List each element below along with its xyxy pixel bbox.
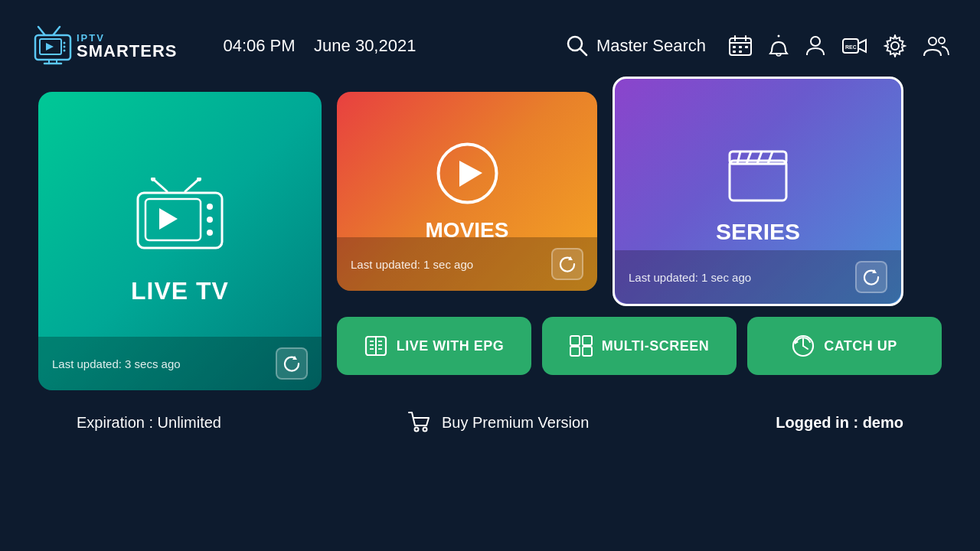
epg-icon-button[interactable] [729, 35, 752, 57]
right-column: MOVIES Last updated: 1 sec ago [337, 92, 942, 375]
logged-in-info: Logged in : demo [776, 414, 903, 432]
svg-point-28 [929, 37, 936, 45]
bottom-buttons-row: LIVE WITH EPG MULTI-SCREEN [337, 317, 942, 375]
svg-rect-60 [570, 336, 580, 345]
movies-updated: Last updated: 1 sec ago [351, 258, 473, 271]
live-tv-label: LIVE TV [131, 277, 229, 305]
buy-premium-button[interactable]: Buy Premium Version [408, 412, 589, 433]
epg-book-icon [364, 335, 387, 357]
live-tv-icon [130, 178, 230, 262]
svg-rect-18 [739, 46, 742, 48]
svg-line-0 [38, 27, 44, 34]
svg-point-29 [939, 37, 945, 44]
svg-point-39 [207, 230, 213, 236]
svg-line-46 [737, 152, 740, 164]
svg-line-1 [54, 27, 60, 34]
refresh-icon [559, 256, 576, 272]
search-label: Master Search [596, 36, 706, 56]
movies-play-icon [435, 141, 500, 206]
live-tv-updated: Last updated: 3 secs ago [52, 357, 181, 370]
refresh-icon [863, 269, 880, 285]
user-icon [805, 34, 825, 57]
svg-marker-4 [46, 43, 54, 51]
svg-rect-63 [583, 347, 592, 356]
main-content: LIVE TV Last updated: 3 secs ago [0, 92, 980, 433]
svg-text:REC: REC [845, 44, 857, 50]
svg-rect-19 [745, 46, 748, 48]
header-time: 04:06 PM [223, 36, 295, 55]
svg-line-49 [768, 152, 773, 164]
svg-point-68 [415, 428, 419, 432]
refresh-icon [283, 355, 300, 372]
svg-rect-21 [739, 51, 742, 53]
logo-tv-icon [31, 25, 77, 67]
catchup-icon [792, 334, 815, 357]
movies-card[interactable]: MOVIES Last updated: 1 sec ago [337, 92, 597, 291]
svg-marker-36 [159, 208, 178, 230]
movies-refresh-button[interactable] [551, 248, 583, 280]
header-date: June 30,2021 [314, 36, 416, 55]
series-label: SERIES [716, 219, 800, 245]
logged-user: demo [863, 414, 903, 431]
svg-point-22 [778, 35, 780, 37]
buy-premium-label: Buy Premium Version [442, 414, 589, 432]
svg-line-66 [803, 346, 808, 349]
catch-up-label: CATCH UP [824, 338, 897, 354]
svg-rect-44 [730, 161, 786, 201]
expiry-info: Expiration : Unlimited [77, 414, 221, 432]
movies-footer: Last updated: 1 sec ago [337, 237, 597, 291]
multi-screen-label: MULTI-SCREEN [602, 338, 710, 354]
header-datetime: 04:06 PM June 30,2021 [223, 36, 416, 56]
series-refresh-button[interactable] [855, 261, 887, 293]
svg-rect-61 [583, 336, 592, 345]
svg-line-31 [185, 179, 199, 191]
series-icon [724, 138, 792, 207]
svg-point-69 [423, 428, 427, 432]
app-logo: IPTV SMARTERS [31, 25, 177, 67]
cart-icon [408, 412, 431, 433]
notifications-button[interactable] [769, 34, 789, 57]
logged-prefix: Logged in : [776, 414, 862, 431]
series-card[interactable]: SERIES Last updated: 1 sec ago [612, 77, 903, 306]
svg-point-7 [64, 49, 66, 51]
svg-line-48 [757, 152, 762, 164]
record-icon: REC [842, 36, 867, 56]
live-epg-button[interactable]: LIVE WITH EPG [337, 317, 531, 375]
users-icon [923, 35, 949, 57]
search-icon [566, 34, 589, 57]
svg-point-24 [811, 37, 820, 46]
logo-smarters: SMARTERS [77, 43, 177, 60]
series-updated: Last updated: 1 sec ago [629, 271, 751, 284]
multiscreen-icon [570, 335, 593, 357]
bell-icon [769, 34, 789, 57]
svg-point-6 [64, 45, 66, 47]
profile-button[interactable] [805, 34, 825, 57]
live-tv-card[interactable]: LIVE TV Last updated: 3 secs ago [38, 92, 322, 390]
footer: Expiration : Unlimited Buy Premium Versi… [38, 390, 942, 433]
svg-point-27 [891, 42, 899, 50]
svg-marker-42 [459, 161, 482, 187]
svg-point-5 [64, 41, 66, 44]
cards-row: LIVE TV Last updated: 3 secs ago [38, 92, 942, 390]
settings-button[interactable] [884, 34, 906, 57]
master-search-button[interactable]: Master Search [566, 34, 706, 57]
top-right-row: MOVIES Last updated: 1 sec ago [337, 92, 942, 306]
catch-up-button[interactable]: CATCH UP [747, 317, 942, 375]
svg-line-12 [580, 49, 586, 55]
gear-icon [884, 34, 906, 57]
svg-point-37 [207, 204, 213, 210]
svg-point-38 [207, 217, 213, 223]
svg-rect-62 [570, 347, 580, 356]
live-tv-refresh-button[interactable] [276, 347, 308, 380]
svg-line-30 [153, 179, 167, 191]
series-footer: Last updated: 1 sec ago [615, 250, 901, 304]
logo-text: IPTV SMARTERS [77, 33, 177, 60]
live-tv-footer: Last updated: 3 secs ago [38, 337, 322, 390]
svg-rect-17 [733, 46, 736, 48]
schedule-icon [729, 35, 752, 57]
multi-screen-button[interactable]: MULTI-SCREEN [542, 317, 737, 375]
users-button[interactable] [923, 35, 949, 57]
svg-rect-20 [733, 51, 736, 53]
svg-line-47 [746, 152, 751, 164]
record-button[interactable]: REC [842, 36, 867, 56]
